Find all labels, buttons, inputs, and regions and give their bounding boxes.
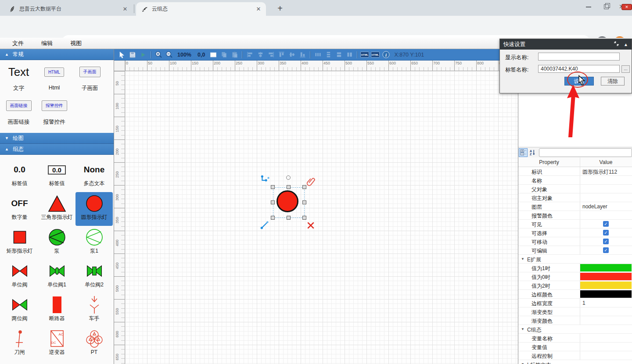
- property-value[interactable]: 圆形指示灯112: [582, 168, 617, 176]
- property-checkbox[interactable]: ✓: [603, 230, 609, 236]
- property-row[interactable]: 边框颜色: [518, 290, 632, 299]
- palette-item-两位阀[interactable]: 两位阀: [1, 293, 38, 327]
- palette-item-标签值[interactable]: 0.0标签值: [38, 158, 75, 192]
- distribute-v-icon[interactable]: [324, 50, 333, 59]
- property-row[interactable]: 标识圆形指示灯112: [518, 167, 632, 176]
- design-canvas[interactable]: [125, 71, 518, 364]
- property-row[interactable]: 可选择✓: [518, 228, 632, 237]
- menu-item-2[interactable]: 视图: [65, 39, 87, 48]
- same-height-icon[interactable]: [345, 50, 354, 59]
- property-row[interactable]: 边框宽度1: [518, 299, 632, 307]
- palette-item-矩形指示灯[interactable]: 矩形指示灯: [1, 226, 38, 260]
- align-bottom-icon[interactable]: [298, 50, 307, 59]
- palette-item-标签值[interactable]: 0.0标签值: [1, 158, 38, 192]
- palette-item-单位阀[interactable]: 单位阀: [1, 260, 38, 293]
- delete-node-icon[interactable]: [306, 221, 315, 232]
- align-right-icon[interactable]: [266, 50, 275, 59]
- menu-item-0[interactable]: 文件: [7, 39, 29, 48]
- same-width-icon[interactable]: [334, 50, 343, 59]
- palette-item-单位阀1[interactable]: 单位阀1: [38, 260, 75, 293]
- tab-close-icon[interactable]: ✕: [121, 5, 129, 13]
- palette-item-车手[interactable]: 车手: [75, 293, 113, 327]
- property-group-row[interactable]: ▼L标签文本: [518, 360, 632, 364]
- distribute-h-icon[interactable]: [313, 50, 322, 59]
- minimize-button[interactable]: [583, 2, 594, 11]
- property-row[interactable]: 图层nodeLayer: [518, 202, 632, 211]
- tab-dataplatform[interactable]: 思普云大数据平台 ✕: [4, 2, 133, 16]
- align-middle-icon[interactable]: [287, 50, 296, 59]
- save-icon[interactable]: [128, 50, 137, 59]
- tab-cloud-scada[interactable]: 云组态 ✕: [136, 2, 266, 16]
- selection-handle[interactable]: [302, 200, 306, 204]
- paste-icon[interactable]: [230, 50, 239, 59]
- palette-item-泵[interactable]: 泵: [38, 226, 75, 260]
- palette-item-泵1[interactable]: 泵1: [75, 226, 113, 260]
- tab-close-icon[interactable]: ✕: [255, 5, 262, 13]
- color-swatch[interactable]: [580, 290, 632, 298]
- collapse-caret-icon[interactable]: ▲: [624, 42, 628, 47]
- html-widget-icon[interactable]: HTML: [360, 50, 369, 59]
- property-row[interactable]: 报警颜色: [518, 211, 632, 220]
- palette-item-PT[interactable]: PT: [75, 327, 113, 361]
- property-filter-input[interactable]: [539, 148, 632, 157]
- palette-item-Html[interactable]: HTMLHtml: [36, 63, 72, 95]
- dock-icon[interactable]: [614, 41, 619, 48]
- palette-item-画面链接[interactable]: 画面链接画面链接: [1, 96, 36, 129]
- align-center-icon[interactable]: [256, 50, 265, 59]
- property-row[interactable]: 名称: [518, 176, 632, 185]
- selection-handle[interactable]: [271, 185, 275, 189]
- group-collapse-icon[interactable]: ▼: [521, 362, 524, 364]
- property-checkbox[interactable]: ✓: [603, 247, 609, 253]
- property-checkbox[interactable]: ✓: [603, 221, 609, 227]
- property-group-row[interactable]: ▼E扩展: [518, 255, 632, 264]
- align-left-icon[interactable]: [245, 50, 254, 59]
- rotation-handle[interactable]: [286, 175, 291, 180]
- color-swatch[interactable]: [580, 273, 632, 280]
- palette-item-逆变器[interactable]: ACDC逆变器: [38, 327, 75, 361]
- selection-handle[interactable]: [302, 216, 306, 220]
- palette-section-scada[interactable]: ▲ 组态: [0, 144, 114, 155]
- selection-handle[interactable]: [271, 200, 275, 204]
- property-row[interactable]: 渐变颜色: [518, 316, 632, 325]
- property-group-row[interactable]: ▼C组态: [518, 325, 632, 334]
- property-row[interactable]: 值为0时: [518, 272, 632, 281]
- clear-button[interactable]: 清除: [601, 77, 625, 86]
- palette-section-drawing[interactable]: ▼ 绘图: [0, 133, 114, 144]
- browse-tag-button[interactable]: ...: [621, 65, 630, 73]
- restore-button[interactable]: [600, 2, 612, 11]
- sort-az-icon[interactable]: AZ: [528, 148, 537, 157]
- zoom-out-icon[interactable]: [165, 50, 173, 59]
- property-row[interactable]: 值为2时: [518, 281, 632, 290]
- copy-icon[interactable]: [219, 50, 228, 59]
- menu-item-1[interactable]: 编辑: [36, 39, 58, 48]
- quick-settings-header[interactable]: 快速设置 ▲: [500, 39, 632, 50]
- group-collapse-icon[interactable]: ▼: [521, 257, 524, 261]
- property-row[interactable]: 宿主对象: [518, 193, 632, 202]
- property-row[interactable]: 值为1时: [518, 264, 632, 272]
- run-icon[interactable]: [139, 50, 147, 59]
- property-row[interactable]: 渐变类型: [518, 307, 632, 316]
- palette-item-单位阀2[interactable]: 单位阀2: [75, 260, 113, 293]
- recorder-close-badge[interactable]: ✕: [621, 4, 632, 10]
- property-row[interactable]: 可移动✓: [518, 237, 632, 246]
- new-tab-button[interactable]: +: [274, 3, 286, 14]
- palette-item-报警控件[interactable]: 报警控件报警控件: [36, 96, 72, 129]
- display-name-input[interactable]: [538, 53, 620, 61]
- palette-item-圆形指示灯-selected[interactable]: 圆形指示灯: [75, 192, 113, 226]
- palette-item-文字[interactable]: Text文字: [1, 63, 36, 95]
- zoom-in-icon[interactable]: [154, 50, 163, 59]
- align-top-icon[interactable]: [277, 50, 286, 59]
- property-row[interactable]: 变量值: [518, 343, 632, 351]
- palette-item-三角形指示灯[interactable]: 三角形指示灯: [38, 192, 75, 226]
- palette-item-子画面[interactable]: 子画面子画面: [72, 63, 108, 95]
- color-swatch[interactable]: [580, 264, 632, 271]
- pointer-icon[interactable]: [118, 50, 126, 59]
- palette-section-general[interactable]: ▲ 常规: [0, 49, 114, 60]
- palette-item-刀闸[interactable]: 刀闸: [1, 327, 38, 361]
- selection-handle[interactable]: [287, 185, 291, 189]
- palette-item-断路器[interactable]: 断路器: [38, 293, 75, 327]
- line-tool-icon[interactable]: [260, 219, 270, 232]
- info-icon[interactable]: i: [381, 50, 390, 59]
- close-button[interactable]: ✕ ✕: [618, 2, 629, 11]
- categorized-view-icon[interactable]: [519, 148, 528, 157]
